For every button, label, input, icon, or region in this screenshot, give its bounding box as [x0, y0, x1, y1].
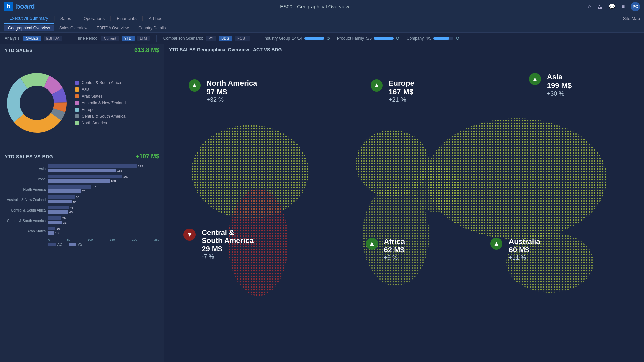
bar-row-4: Central & South Africa 46 45 [5, 206, 159, 215]
bar-vs-val-0: 153 [116, 169, 123, 172]
nav-financials[interactable]: Financials [111, 13, 142, 24]
legend-item-aunz: Australia & New Zealand [75, 101, 126, 105]
bar-act-3 [48, 195, 75, 199]
north-america-pct: +32 % [207, 96, 257, 103]
bar-vs-val-6: 13 [54, 231, 59, 235]
legend-act: ACT [48, 243, 64, 246]
bar-label-4: Central & South Africa [5, 208, 48, 212]
main-content: YTD SALES 613.8 M$ [0, 44, 644, 362]
legend-act-label: ACT [57, 243, 64, 246]
legend-color-asia [75, 87, 79, 92]
map-header: YTD SALES Geographical Overview - ACT VS… [164, 44, 644, 55]
legend-act-color [48, 243, 56, 246]
bar-act-6 [48, 227, 55, 230]
legend-item-namerica: North America [75, 121, 126, 125]
avatar[interactable]: PC [631, 2, 640, 11]
australia-arrow-icon: ▲ [490, 238, 502, 250]
industry-group-value: 14/14 [292, 36, 302, 41]
product-family-value: 5/5 [366, 36, 372, 41]
legend-color-csafrica [75, 81, 79, 85]
subnav-ebitda-overview[interactable]: EBITDA Overview [93, 25, 133, 31]
app-header: b board ES00 - Geographical Overview ⌂ 🖨… [0, 0, 644, 13]
bar-act-val-1: 167 [122, 175, 129, 178]
industry-group-filter: Industry Group 14/14 ↺ [264, 36, 330, 41]
bar-act-2 [48, 185, 91, 189]
time-ltm-btn[interactable]: LTM [137, 36, 150, 41]
analysis-group: Analysis: SALES EBITDA [5, 36, 62, 41]
australia-info: Australia 60 M$ +11 % [508, 238, 540, 261]
north-america-name: North America [207, 79, 257, 87]
product-family-label: Product Family [337, 36, 364, 41]
europe-sales: 167 M$ [389, 87, 414, 96]
nav-adhoc[interactable]: Ad-hoc [143, 13, 168, 24]
subnav-country-details[interactable]: Country Details [134, 25, 170, 31]
product-family-reset[interactable]: ↺ [396, 36, 400, 41]
bar-vs-1 [48, 179, 110, 183]
company-fill [433, 37, 449, 40]
bars-3: 60 54 [48, 195, 159, 204]
australia-name: Australia [508, 238, 540, 246]
chat-icon[interactable]: 💬 [609, 3, 615, 10]
logo-area: b board [4, 2, 35, 11]
company-label: Company [407, 36, 424, 41]
svg-point-7 [21, 87, 53, 119]
bar-act-val-3: 60 [75, 195, 79, 199]
nav-executive-summary[interactable]: Executive Summary [4, 13, 54, 24]
subnav-sales-overview[interactable]: Sales Overview [55, 25, 91, 31]
ytd-sales-header: YTD SALES 613.8 M$ [0, 44, 164, 56]
company-filter: Company 4/5 ↺ [407, 36, 460, 41]
time-ytd-btn[interactable]: YTD [122, 36, 135, 41]
separator-2 [156, 35, 157, 42]
left-panel: YTD SALES 613.8 M$ [0, 44, 164, 362]
asia-sales: 199 M$ [547, 81, 572, 90]
nav-sales[interactable]: Sales [55, 13, 77, 24]
legend-color-namerica [75, 121, 79, 125]
africa-sales: 62 M$ [384, 246, 405, 254]
region-australia: ▲ Australia 60 M$ +11 % [490, 238, 540, 261]
north-america-sales: 97 M$ [207, 87, 257, 96]
separator-3 [257, 35, 257, 42]
industry-group-reset[interactable]: ↺ [326, 36, 330, 41]
subnav-geo-overview[interactable]: Geographical Overview [4, 25, 54, 31]
comparison-fcst-btn[interactable]: FCST [235, 36, 250, 41]
africa-arrow-icon: ▲ [366, 238, 378, 250]
bar-label-3: Australia & New Zealand [5, 198, 48, 202]
ytd-sales-value: 613.8 M$ [134, 47, 159, 54]
home-icon[interactable]: ⌂ [588, 4, 591, 10]
print-icon[interactable]: 🖨 [597, 4, 603, 10]
bar-section-header: YTD SALES VS BDG +107 M$ [0, 150, 164, 162]
bar-section-value: +107 M$ [136, 153, 159, 160]
company-reset[interactable]: ↺ [455, 36, 460, 41]
bar-vs-4 [48, 210, 68, 214]
bar-label-5: Central & South America [5, 219, 48, 223]
bar-row-5: Central & South America 29 31 [5, 216, 159, 225]
nav-operations[interactable]: Operations [78, 13, 110, 24]
africa-name: Africa [384, 238, 405, 246]
legend-label-aunz: Australia & New Zealand [82, 101, 126, 105]
time-current-btn[interactable]: Current [101, 36, 119, 41]
region-cs-america: ▼ Central &South America 29 M$ -7 % [183, 229, 253, 260]
company-progress [433, 37, 453, 40]
comparison-bdg-btn[interactable]: BDG [219, 36, 232, 41]
legend-color-csamerica [75, 114, 79, 118]
asia-name: Asia [547, 73, 572, 81]
north-america-info: North America 97 M$ +32 % [207, 79, 257, 103]
nav-top: Executive Summary | Sales | Operations |… [0, 13, 644, 24]
australia-pct: +11 % [508, 254, 540, 261]
comparison-py-btn[interactable]: PY [206, 36, 216, 41]
bar-row-1: Europe 167 138 [5, 175, 159, 183]
site-map-link[interactable]: Site Map [623, 16, 640, 21]
analysis-ebitda-btn[interactable]: EBITDA [44, 36, 62, 41]
bars-5: 29 31 [48, 216, 159, 225]
menu-icon[interactable]: ≡ [622, 4, 625, 10]
legend-item-arab: Arab States [75, 94, 126, 99]
separator-1 [69, 35, 69, 42]
legend-item-europe: Europe [75, 107, 126, 112]
region-africa: ▲ Africa 62 M$ +9 % [366, 238, 405, 261]
analysis-sales-btn[interactable]: SALES [23, 36, 41, 41]
region-europe: ▲ Europe 167 M$ +21 % [371, 79, 414, 103]
bar-act-0 [48, 164, 137, 168]
asia-pct: +30 % [547, 90, 572, 97]
cs-america-arrow-icon: ▼ [183, 229, 196, 241]
bar-vs-3 [48, 200, 72, 203]
